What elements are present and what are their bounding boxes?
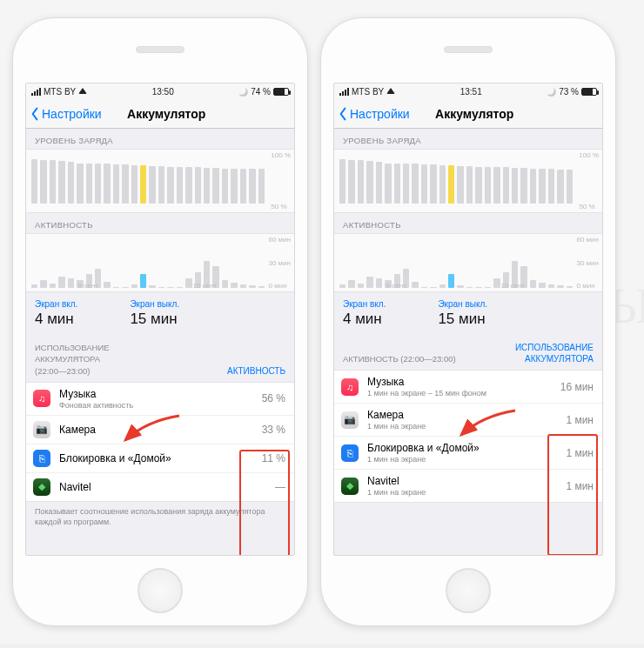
list-item[interactable]: Камера1 мин на экране1 мин [334, 404, 602, 437]
clock: 13:50 [152, 87, 174, 97]
chart-bar[interactable] [68, 162, 74, 204]
charge-chart[interactable]: 100 %50 % [26, 149, 294, 213]
usage-value: 16 мин [553, 381, 594, 393]
lock-icon [33, 450, 50, 467]
chart-bar[interactable] [167, 167, 173, 204]
music-icon [341, 378, 359, 396]
list-item[interactable]: МузыкаФоновая активность56 % [26, 383, 294, 416]
list-item[interactable]: Камера33 % [26, 416, 294, 444]
chart-bar[interactable] [530, 169, 536, 204]
chart-bar[interactable] [58, 161, 64, 204]
app-name: Navitel1 мин на экране [367, 475, 545, 497]
back-label: Настройки [350, 107, 410, 121]
chart-bar[interactable] [457, 166, 463, 204]
chart-bar[interactable] [31, 159, 37, 204]
back-button[interactable]: Настройки [30, 107, 102, 121]
activity-chart[interactable]: 60 мин30 мин0 мин 9 сент.10 сент. [334, 233, 602, 292]
chart-bar[interactable] [376, 162, 382, 204]
chart-bar[interactable] [385, 164, 391, 204]
chart-bar[interactable] [140, 165, 146, 204]
chart-bar[interactable] [231, 169, 237, 204]
chart-bar[interactable] [177, 167, 183, 204]
home-button[interactable] [446, 568, 491, 613]
chart-bar[interactable] [430, 164, 436, 204]
chart-bar[interactable] [475, 167, 481, 204]
list-item[interactable]: Блокировка и «Домой»1 мин на экране1 мин [334, 437, 602, 470]
chart-bar[interactable] [95, 164, 101, 204]
chart-bar[interactable] [40, 160, 46, 204]
chart-bar[interactable] [195, 167, 201, 204]
usage-list: МузыкаФоновая активность56 %Камера33 %Бл… [26, 382, 294, 502]
chart-bar[interactable] [539, 169, 545, 204]
charge-header: УРОВЕНЬ ЗАРЯДА [334, 129, 602, 149]
chart-bar[interactable] [366, 161, 372, 204]
chart-bar[interactable] [212, 168, 218, 204]
wifi-icon [78, 88, 87, 94]
status-bar: MTS BY 13:51 73 % [334, 84, 602, 99]
chart-bar[interactable] [520, 168, 527, 204]
usage-value: 11 % [245, 452, 285, 464]
chart-bar[interactable] [439, 165, 446, 204]
battery-icon [273, 88, 289, 96]
chart-bar[interactable] [358, 160, 364, 204]
charge-chart[interactable]: 100 %50 % [334, 149, 602, 213]
screen-off-label: Экран выкл. [130, 299, 179, 309]
chart-bar[interactable] [240, 169, 246, 204]
phone-speaker [136, 46, 184, 53]
carrier-label: MTS BY [352, 87, 384, 97]
screen-off-value: 15 мин [438, 311, 487, 328]
chart-bar[interactable] [77, 164, 83, 204]
chart-bar[interactable] [421, 164, 427, 204]
battery-usage-tab[interactable]: ИСПОЛЬЗОВАНИЕ АККУМУЛЯТОРА [515, 342, 594, 364]
chart-bar[interactable] [258, 169, 265, 204]
app-name: Камера1 мин на экране [367, 409, 545, 431]
list-item[interactable]: Музыка1 мин на экране – 15 мин фоном16 м… [334, 371, 602, 404]
page-title: Аккумулятор [127, 107, 205, 121]
chart-bar[interactable] [485, 167, 491, 204]
list-item[interactable]: Navitel— [26, 473, 294, 502]
chart-bar[interactable] [567, 170, 573, 204]
chart-bar[interactable] [131, 165, 138, 204]
chart-bar[interactable] [512, 168, 518, 204]
back-label: Настройки [42, 107, 102, 121]
chart-bar[interactable] [222, 169, 228, 204]
chart-bar[interactable] [503, 167, 509, 204]
activity-chart[interactable]: 60 мин30 мин0 мин 9 сент.10 сент. [26, 233, 294, 292]
chart-bar[interactable] [149, 166, 155, 204]
battery-pct: 73 % [559, 87, 579, 97]
chart-bar[interactable] [86, 164, 92, 204]
chart-bar[interactable] [493, 167, 500, 204]
home-button[interactable] [138, 568, 183, 613]
chart-bar[interactable] [204, 168, 210, 204]
chart-bar[interactable] [50, 160, 56, 204]
clock: 13:51 [460, 87, 482, 97]
list-item[interactable]: Блокировка и «Домой»11 % [26, 444, 294, 473]
chart-bar[interactable] [158, 166, 164, 204]
page-title: Аккумулятор [435, 107, 513, 121]
chart-bar[interactable] [394, 164, 400, 204]
chart-bar[interactable] [249, 169, 255, 204]
chart-bar[interactable] [185, 167, 191, 204]
chart-bar[interactable] [412, 164, 418, 204]
chart-bar[interactable] [557, 170, 563, 204]
chart-bar[interactable] [466, 166, 473, 204]
chart-bar[interactable] [548, 169, 554, 204]
usage-value: 33 % [245, 424, 285, 436]
chart-bar[interactable] [448, 165, 454, 204]
activity-tab[interactable]: АКТИВНОСТЬ [227, 365, 285, 377]
app-subtitle: 1 мин на экране – 15 мин фоном [367, 389, 545, 397]
usage-header: АКТИВНОСТЬ (22:00—23:00) ИСПОЛЬЗОВАНИЕ А… [334, 337, 602, 370]
chart-bar[interactable] [104, 164, 110, 204]
chevron-left-icon [338, 107, 348, 121]
chart-bar[interactable] [348, 160, 354, 204]
chart-bar[interactable] [403, 164, 409, 204]
chart-bar[interactable] [113, 164, 119, 204]
chart-bar[interactable] [122, 164, 128, 204]
list-item[interactable]: Navitel1 мин на экране1 мин [334, 470, 602, 503]
chart-bar[interactable] [339, 159, 345, 204]
activity-header: АКТИВНОСТЬ [334, 213, 602, 233]
navitel-icon [341, 478, 359, 495]
screen-on-label: Экран вкл. [343, 299, 386, 309]
signal-icon [339, 88, 349, 96]
back-button[interactable]: Настройки [338, 107, 410, 121]
